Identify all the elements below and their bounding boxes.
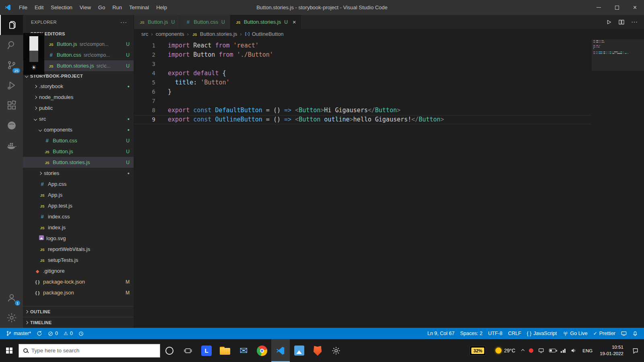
tree-file-app-test-js[interactable]: JSApp.test.js [23,200,134,211]
minimize-button[interactable] [590,0,608,15]
status-javascript[interactable]: { }JavaScript [524,328,560,339]
breadcrumb-outlinebutton[interactable]: OutlineButton [245,31,284,37]
tree-file-app-css[interactable]: #App.css [23,179,134,189]
menu-view[interactable]: View [76,0,95,15]
outline-section-header[interactable]: OUTLINE [23,306,134,317]
code-line-9[interactable]: 9export const OutlineButton = () => <But… [134,115,591,124]
code-line-1[interactable]: 1import React from 'react' [134,41,591,50]
taskbar-app-chrome[interactable] [253,339,271,362]
split-editor-icon[interactable] [618,19,625,25]
status-prettier[interactable]: ✓Prettier [590,328,618,339]
tab-button-css[interactable]: #Button.cssU [180,15,230,29]
taskbar-app-cortana[interactable] [160,339,179,362]
taskbar-app-settings[interactable] [327,339,345,362]
start-button[interactable] [0,339,19,362]
status-sync[interactable] [34,328,45,339]
taskbar-app-photos[interactable] [290,339,308,362]
code-line-6[interactable]: 6} [134,87,591,97]
tree-file-logo-svg[interactable]: logo.svg [23,233,134,244]
docker-icon[interactable] [0,136,23,156]
status-history[interactable] [76,328,87,339]
tree-file-index-js[interactable]: JSindex.js [23,222,134,233]
status-screen[interactable] [618,328,630,339]
breadcrumb-button-stories-js[interactable]: JSButton.stories.js [192,31,237,37]
breadcrumb-components[interactable]: components [156,31,184,37]
tree-folder-storybook[interactable]: .storybook● [23,81,134,92]
status-bell[interactable] [630,328,641,339]
menu-edit[interactable]: Edit [31,0,47,15]
volume-icon[interactable] [568,348,579,354]
run-icon[interactable] [605,19,612,25]
tree-folder-node-modules[interactable]: node_modules [23,92,134,103]
close-button[interactable]: × [626,0,644,15]
language-indicator[interactable]: ENG [579,348,596,353]
tree-file-gitignore[interactable]: ◆.gitignore [23,265,134,276]
taskbar-app-vscode[interactable] [271,339,290,362]
search-icon[interactable] [0,35,23,55]
settings-gear-icon[interactable] [0,308,23,328]
tree-file-setuptests-js[interactable]: JSsetupTests.js [23,255,134,265]
status-go-live[interactable]: Go Live [560,328,590,339]
tree-file-package-lock-json[interactable]: { }package-lock.jsonM [23,276,134,287]
tree-file-index-css[interactable]: #index.css [23,211,134,222]
menu-go[interactable]: Go [95,0,109,15]
code-editor[interactable]: 1import React from 'react'2import Button… [134,39,644,328]
chevron-up-icon[interactable] [519,350,526,352]
monitor-icon[interactable] [536,348,547,354]
code-line-7[interactable]: 7 [134,97,591,106]
status-utf-8[interactable]: UTF-8 [485,328,505,339]
tree-folder-components[interactable]: components● [23,124,134,135]
search-input[interactable] [31,348,155,354]
accounts-icon[interactable]: 1 [0,288,23,308]
menu-selection[interactable]: Selection [47,0,76,15]
minimap[interactable] [593,40,638,55]
action-center-icon[interactable] [627,339,643,362]
code-line-8[interactable]: 8export const DefaultButton = () => <But… [134,106,591,115]
battery-widget[interactable]: 32% [470,346,486,356]
taskbar-app-l[interactable]: L [197,339,216,362]
tree-file-package-json[interactable]: { }package.jsonM [23,287,134,298]
breadcrumb-src[interactable]: src [141,31,148,37]
more-actions-icon[interactable]: ··· [631,19,638,26]
more-actions-icon[interactable]: ··· [120,19,127,25]
tree-file-app-js[interactable]: JSApp.js [23,189,134,200]
status-ln-9-col-67[interactable]: Ln 9, Col 67 [425,328,457,339]
code-line-3[interactable]: 3 [134,60,591,69]
github-icon[interactable] [0,115,23,136]
status-master[interactable]: master* [3,328,34,339]
tree-file-button-stories-js[interactable]: JSButton.stories.jsU [23,157,134,168]
tree-file-reportwebvitals-js[interactable]: JSreportWebVitals.js [23,244,134,255]
run-debug-icon[interactable] [0,75,23,95]
tree-folder-src[interactable]: src● [23,113,134,124]
code-line-4[interactable]: 4export default { [134,69,591,78]
taskbar-app-mail[interactable]: ✉ [234,339,253,362]
tree-folder-public[interactable]: public [23,103,134,113]
menu-help[interactable]: Help [153,0,171,15]
tree-file-button-js[interactable]: JSButton.jsU [23,146,134,157]
menu-run[interactable]: Run [109,0,126,15]
close-tab-icon[interactable]: × [293,19,296,25]
code-line-2[interactable]: 2import Button from './Button' [134,50,591,60]
timeline-section-header[interactable]: TIMELINE [23,317,134,328]
tab-button-stories-js[interactable]: JSButton.stories.jsU× [230,15,301,29]
taskbar-search[interactable] [19,344,160,358]
brightness-slider[interactable] [29,36,38,62]
battery-icon[interactable] [547,349,558,352]
status-spaces-2[interactable]: Spaces: 2 [457,328,485,339]
signal-icon[interactable] [558,349,568,353]
tray-red-app-icon[interactable] [526,348,536,353]
taskbar-app-brave[interactable] [308,339,327,362]
taskbar-app-file-explorer[interactable] [216,339,234,362]
menu-terminal[interactable]: Terminal [126,0,153,15]
maximize-button[interactable] [608,0,626,15]
weather-widget[interactable]: 29°C [491,348,519,354]
tab-button-js[interactable]: JSButton.jsU [134,15,180,29]
menu-file[interactable]: File [15,0,31,15]
extensions-icon[interactable] [0,95,23,115]
tree-file-button-css[interactable]: #Button.cssU [23,135,134,146]
clock[interactable]: 10:51 19-01-2022 [596,344,627,357]
status-0[interactable]: ⚠0 [61,328,76,339]
code-line-5[interactable]: 5 title: 'Button' [134,78,591,87]
status-0[interactable]: 0 [45,328,61,339]
source-control-icon[interactable]: 25 [0,55,23,75]
